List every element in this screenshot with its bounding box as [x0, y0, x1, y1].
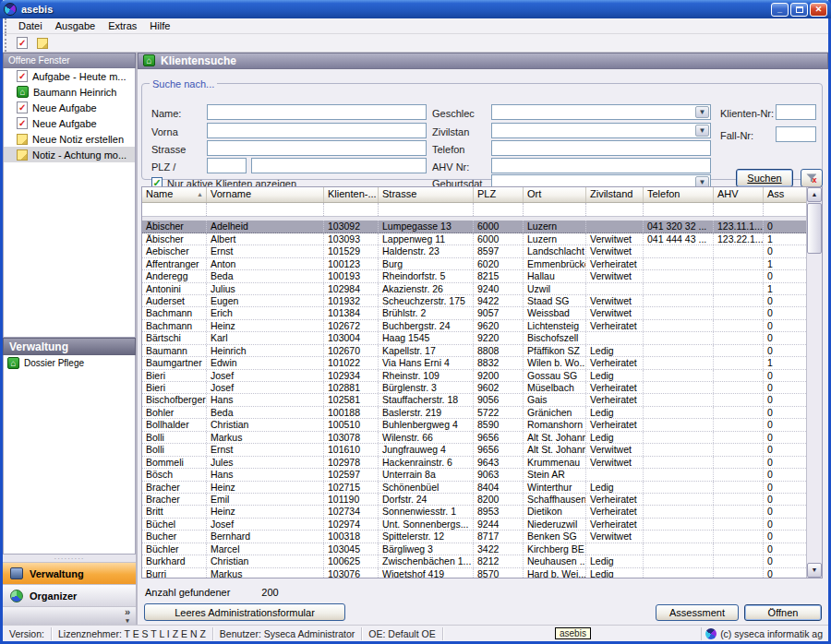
strasse-input[interactable]	[207, 140, 427, 156]
column-header-klienten[interactable]: Klienten-...	[324, 187, 379, 202]
empty-admin-form-button[interactable]: Leeres Administrationsformular	[144, 603, 345, 621]
table-row[interactable]: BaumgartnerEdwin101022Via Hans Erni 4883…	[142, 357, 808, 369]
filter-cell[interactable]	[324, 203, 379, 216]
search-button[interactable]: Suchen	[736, 169, 793, 187]
column-header-plz[interactable]: PLZ	[474, 187, 524, 202]
scrollbar-up-icon[interactable]: ▲	[807, 187, 822, 202]
column-header-name[interactable]: Name▲	[142, 187, 207, 202]
open-button[interactable]: Öffnen	[744, 604, 822, 621]
table-row[interactable]: BracherHeinz102715Schönenbüel8404Wintert…	[142, 482, 808, 494]
filter-cell[interactable]	[764, 203, 808, 216]
menu-item-extras[interactable]: Extras	[102, 19, 143, 32]
sidebar-item[interactable]: Aufgabe - Heute m...	[4, 68, 135, 84]
telefon-input[interactable]	[491, 140, 711, 156]
scrollbar-down-icon[interactable]: ▼	[807, 563, 822, 578]
table-row[interactable]: BachmannHeinz102672Buchbergstr. 249620Li…	[142, 320, 808, 332]
restore-button[interactable]	[790, 3, 808, 17]
vertical-scrollbar[interactable]: ▲ ▼	[806, 187, 822, 578]
sidebar-item[interactable]: Neue Aufgabe	[4, 100, 135, 115]
combo-arrow-icon[interactable]: ▼	[695, 106, 709, 118]
sidebar-item[interactable]: Neue Notiz erstellen	[4, 131, 135, 147]
column-header-zivilstand[interactable]: Zivilstand	[586, 187, 644, 202]
table-row[interactable]: AudersetEugen101932Scheuchzerstr. 175942…	[142, 295, 808, 307]
assessment-button[interactable]: Assessment	[656, 604, 739, 621]
filter-cell[interactable]	[474, 203, 524, 216]
combo-arrow-icon[interactable]: ▼	[695, 125, 709, 137]
table-row[interactable]: BieriJosef102881Bürglenstr. 39602Müselba…	[142, 382, 808, 394]
table-row[interactable]: BärtschiKarl103004Haag 15459220Bischofsz…	[142, 332, 808, 344]
chevron-more-icon[interactable]: »▾	[125, 607, 130, 626]
sidebar-item[interactable]: Notiz - Achtung mo...	[4, 147, 135, 162]
menu-item-hilfe[interactable]: Hilfe	[143, 19, 176, 32]
sidebar-item[interactable]: ⌂Dossier Pflege	[4, 355, 135, 371]
table-row[interactable]: BrittHeinz102734Sonnenwiesstr. 18953Diet…	[142, 506, 808, 518]
ort-input[interactable]	[251, 158, 427, 173]
table-row[interactable]: AffentrangerAnton100123Burg6020Emmenbrüc…	[142, 258, 808, 270]
new-note-button[interactable]	[32, 35, 53, 52]
table-row[interactable]: BieriJosef102934Rheinstr. 1099200Gossau …	[142, 370, 808, 382]
table-row[interactable]: BolliMarkus103078Wilenstr. 669656Alt St.…	[142, 432, 808, 444]
table-row[interactable]: BolliErnst101610Jungfrauweg 49656Alt St.…	[142, 444, 808, 456]
minimize-button[interactable]: _	[771, 3, 789, 17]
filter-cell[interactable]	[644, 203, 714, 216]
column-header-ass[interactable]: Ass	[764, 187, 808, 202]
zivilstand-combo[interactable]: ▼	[491, 123, 711, 138]
column-header-ort[interactable]: Ort	[524, 187, 586, 202]
table-row[interactable]: AebischerErnst101529Haldenstr. 238597Lan…	[142, 245, 808, 257]
nav-button-verwaltung[interactable]: Verwaltung	[3, 562, 136, 584]
table-row[interactable]: BurriMarkus103076Wigetshof 4198570Hard b…	[142, 568, 808, 579]
ahv-input[interactable]	[491, 158, 711, 173]
scrollbar-thumb[interactable]	[807, 203, 822, 254]
zivilstand-combo-input[interactable]	[491, 123, 711, 138]
table-cell: 8570	[474, 568, 524, 579]
vorname-input[interactable]	[207, 123, 427, 138]
table-row[interactable]: BollhalderChristian100510Buhlenbergweg 4…	[142, 419, 808, 431]
geschlecht-combo-input[interactable]	[491, 104, 711, 120]
table-row[interactable]: BüchlerMarcel103045Bärgliweg 33422Kirchb…	[142, 543, 808, 555]
close-button[interactable]: ✕	[810, 3, 827, 17]
column-header-strasse[interactable]: Strasse	[379, 187, 474, 202]
filter-cell[interactable]	[379, 203, 474, 216]
title-bar[interactable]: asebis _ ✕	[0, 0, 831, 18]
toolbar-grip[interactable]	[5, 34, 9, 52]
nav-button-organizer[interactable]: Organizer	[3, 584, 136, 606]
table-cell: 0	[764, 494, 808, 505]
filter-cell[interactable]	[207, 203, 324, 216]
menu-grip[interactable]	[5, 18, 9, 33]
table-row[interactable]: BracherEmil101190Dorfstr. 248200Schaffha…	[142, 494, 808, 506]
table-row[interactable]: ÄbischerAdelheid103092Lumpegasse 136000L…	[142, 221, 808, 233]
plz-input[interactable]	[207, 158, 247, 173]
filter-cell[interactable]	[524, 203, 586, 216]
sidebar-item[interactable]: Neue Aufgabe	[4, 115, 135, 131]
menu-item-datei[interactable]: Datei	[12, 19, 49, 32]
column-header-vorname[interactable]: Vorname	[207, 187, 324, 202]
table-row[interactable]: BucherBernhard100318Spittelerstr. 128717…	[142, 531, 808, 543]
table-row[interactable]: BohlerBeda100188Baslerstr. 2195722Gränic…	[142, 407, 808, 419]
table-row[interactable]: BommeliJules102978Hackenrainstr. 69643Kr…	[142, 457, 808, 469]
nav-splitter[interactable]: ·········	[3, 555, 136, 562]
name-input[interactable]	[207, 104, 427, 120]
geschlecht-combo[interactable]: ▼	[491, 104, 711, 120]
table-row[interactable]: AndereggBeda100193Rheindorfstr. 58215Hal…	[142, 270, 808, 282]
clear-search-button[interactable]: x	[801, 169, 823, 187]
sidebar-item[interactable]: ⌂Baumann Heinrich	[4, 84, 135, 100]
table-row[interactable]: BaumannHeinrich102670Kapellstr. 178808Pf…	[142, 345, 808, 357]
table-cell: Britt	[142, 506, 207, 517]
klienten-nr-input[interactable]	[776, 104, 816, 120]
table-row[interactable]: AntoniniJulius102984Akazienstr. 269240Uz…	[142, 283, 808, 295]
table-row[interactable]: BöschHans102597Unterrain 8a9063Stein AR0	[142, 469, 808, 481]
filter-cell[interactable]	[714, 203, 764, 216]
fall-nr-input[interactable]	[776, 126, 816, 142]
table-row[interactable]: BüchelJosef102974Unt. Sonnenbergs...9244…	[142, 519, 808, 531]
table-row[interactable]: BachmannErich101384Brühlstr. 29057Weissb…	[142, 307, 808, 319]
column-header-ahv[interactable]: AHV	[714, 187, 764, 202]
new-task-button[interactable]	[12, 35, 32, 52]
filter-cell[interactable]	[142, 203, 207, 216]
table-row[interactable]: BischofbergerHans102581Stauffacherstr. 1…	[142, 394, 808, 406]
nav-bottom-bar[interactable]: »▾	[3, 606, 136, 625]
filter-cell[interactable]	[586, 203, 644, 216]
table-row[interactable]: ÄbischerAlbert103093Lappenweg 116000Luze…	[142, 233, 808, 245]
table-row[interactable]: BurkhardChristian100625Zwischenbächen 1.…	[142, 555, 808, 567]
menu-item-ausgabe[interactable]: Ausgabe	[49, 19, 102, 32]
column-header-telefon[interactable]: Telefon	[644, 187, 714, 202]
